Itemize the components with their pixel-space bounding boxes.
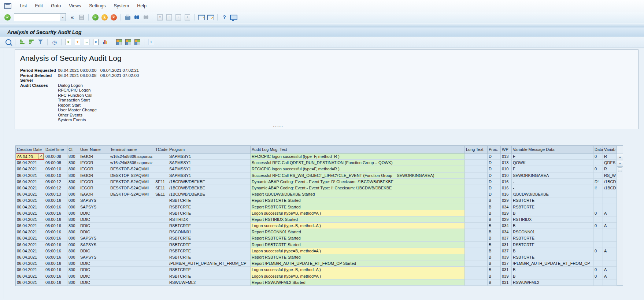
cell-tcode[interactable] (154, 216, 168, 223)
cell-terminal-name[interactable] (109, 210, 154, 216)
cell-audit-log-msg-text[interactable]: Dynamic ABAP Coding: Event - Event Type:… (251, 179, 465, 185)
cell-audit-log-msg-text[interactable]: Report RSBTCRTE Started (251, 204, 465, 210)
cell-program[interactable]: /1BCDWB/DBEKBE (168, 185, 251, 191)
cell-wp[interactable]: 013 (501, 153, 512, 160)
cell-program[interactable]: /PLMB/R_AUTH_UPDATE_RT_FROM_CP (168, 260, 251, 267)
cell-variab[interactable] (603, 216, 617, 223)
cell-wp[interactable]: 037 (501, 248, 512, 254)
cell-terminal-name[interactable]: DESKTOP-S2AQVMI (109, 185, 154, 191)
sort-ascending-icon[interactable] (18, 38, 26, 46)
cell-program[interactable]: RSTIRIDX (168, 216, 251, 223)
cell-tcode[interactable]: SE11 (154, 185, 168, 191)
cell-date-time[interactable]: 06:00:16 (44, 204, 67, 210)
cell-audit-log-msg-text[interactable]: RFC/CPIC logon successful (type=F, metho… (251, 166, 465, 172)
cell-proc[interactable]: B (488, 204, 501, 210)
print-icon[interactable] (123, 13, 132, 21)
cell-tcode[interactable] (154, 197, 168, 204)
cell-variab[interactable]: A (603, 267, 617, 273)
cell-long-text[interactable] (465, 210, 488, 216)
collapse-icon[interactable]: « (68, 13, 77, 21)
cell-program[interactable]: RSBTCRTE (168, 248, 251, 254)
cell-creation-date[interactable]: 06.04.2021 (16, 160, 44, 166)
cell-variable-message-data[interactable]: RSBTCRTE (512, 204, 593, 210)
cell-user-name[interactable]: IEGOR (79, 179, 109, 185)
cell-program[interactable]: RSBTCRTE (168, 254, 251, 260)
cell-variab[interactable] (603, 279, 617, 286)
cell-proc[interactable]: B (488, 223, 501, 229)
cell-wp[interactable]: 037 (501, 260, 512, 267)
cell-user-name[interactable]: IEGOR (79, 153, 109, 160)
cell-user-name[interactable]: SAPSYS (79, 197, 109, 204)
cell-long-text[interactable] (465, 191, 488, 197)
cell-data[interactable] (593, 197, 603, 204)
cell-wp[interactable]: 034 (501, 223, 512, 229)
menu-item-list[interactable]: List (16, 2, 31, 10)
menu-item-settings[interactable]: Settings (85, 2, 110, 10)
cell-variab[interactable]: A (603, 210, 617, 216)
cell-program[interactable]: RSBTCRTE (168, 223, 251, 229)
exit-icon[interactable]: ∧ (100, 13, 109, 21)
cell-audit-log-msg-text[interactable]: Successful RFC Call QDEST_RUN_DESTINATIO… (251, 160, 465, 166)
cell-tcode[interactable] (154, 153, 168, 160)
cell-data[interactable]: 0 (593, 210, 603, 216)
scrollbar-thumb[interactable] (618, 167, 622, 172)
cell-variable-message-data[interactable]: QOWK (512, 160, 593, 166)
command-dropdown-icon[interactable]: ▼ (60, 14, 66, 21)
cell-audit-log-msg-text[interactable]: Report RSBTCRTE Started (251, 254, 465, 260)
details-icon[interactable] (4, 38, 12, 46)
cell-long-text[interactable] (465, 197, 488, 204)
cell-data[interactable] (593, 191, 603, 197)
cell-variable-message-data[interactable]: RSCONN01 (512, 229, 593, 235)
cell-data[interactable]: 0 (593, 267, 603, 273)
cell-program[interactable]: RSCONN01 (168, 229, 251, 235)
cell-variable-message-data[interactable]: B (512, 223, 593, 229)
cell-variab[interactable]: RS_W (603, 173, 617, 179)
column-header-terminal-name[interactable]: Terminal name (109, 146, 154, 153)
cell-audit-log-msg-text[interactable]: Report /PLMB/R_AUTH_UPDATE_RT_FROM_CP St… (251, 260, 465, 267)
cell-terminal-name[interactable] (109, 197, 154, 204)
cell-user-name[interactable]: DDIC (79, 229, 109, 235)
cell-long-text[interactable] (465, 216, 488, 223)
cell-long-text[interactable] (465, 254, 488, 260)
cell-proc[interactable]: D (488, 153, 501, 160)
cell-creation-date[interactable]: 06.04.2021 (16, 242, 44, 248)
menu-item-help[interactable]: Help (133, 2, 151, 10)
cell-wp[interactable]: 034 (501, 229, 512, 235)
cell-terminal-name[interactable] (109, 235, 154, 241)
clock-icon[interactable]: ◷ (50, 38, 59, 46)
cell-long-text[interactable] (465, 273, 488, 279)
cell-creation-date[interactable]: 06.04.2021 (16, 185, 44, 191)
cell-variable-message-data[interactable]: B (512, 248, 593, 254)
cell-audit-log-msg-text[interactable]: RFC/CPIC logon successful (type=F, metho… (251, 153, 465, 160)
cell-tcode[interactable] (154, 242, 168, 248)
cell-data[interactable]: 0 (593, 223, 603, 229)
column-header-user-name[interactable]: User Name (79, 146, 109, 153)
cell-wp[interactable]: 016 (501, 191, 512, 197)
cell-audit-log-msg-text[interactable]: Successful RFC Call RS_WB_OBJECT_LIFECYC… (251, 173, 465, 179)
cell-user-name[interactable]: IEGOR (79, 173, 109, 179)
cell-wp[interactable]: 031 (501, 279, 512, 286)
cell-client[interactable]: 800 (67, 160, 79, 166)
cell-data[interactable] (593, 204, 603, 210)
cell-long-text[interactable] (465, 185, 488, 191)
cell-user-name[interactable]: DDIC (79, 267, 109, 273)
cell-tcode[interactable] (154, 223, 168, 229)
cell-audit-log-msg-text[interactable]: Report RSBTCRTE Started (251, 242, 465, 248)
cell-audit-log-msg-text[interactable]: Logon successful (type=B, method=A ) (251, 273, 465, 279)
cell-wp[interactable]: 039 (501, 273, 512, 279)
cell-client[interactable]: 000 (67, 235, 79, 241)
cell-date-time[interactable]: 06:00:10 (44, 173, 67, 179)
cell-long-text[interactable] (465, 235, 488, 241)
cell-terminal-name[interactable] (109, 273, 154, 279)
cell-client[interactable]: 800 (67, 179, 79, 185)
cell-wp[interactable]: 016 (501, 179, 512, 185)
cell-wp[interactable]: 010 (501, 166, 512, 172)
layout-grid-icon[interactable] (115, 38, 123, 46)
cell-client[interactable]: 800 (67, 166, 79, 172)
cell-proc[interactable]: D (488, 166, 501, 172)
cell-program[interactable]: RSBTCRTE (168, 242, 251, 248)
cell-variab[interactable]: R (603, 153, 617, 160)
cell-creation-date[interactable]: 06.04.2021 (16, 229, 44, 235)
cell-client[interactable]: 800 (67, 229, 79, 235)
cell-variable-message-data[interactable]: RSBTCRTE (512, 254, 593, 260)
